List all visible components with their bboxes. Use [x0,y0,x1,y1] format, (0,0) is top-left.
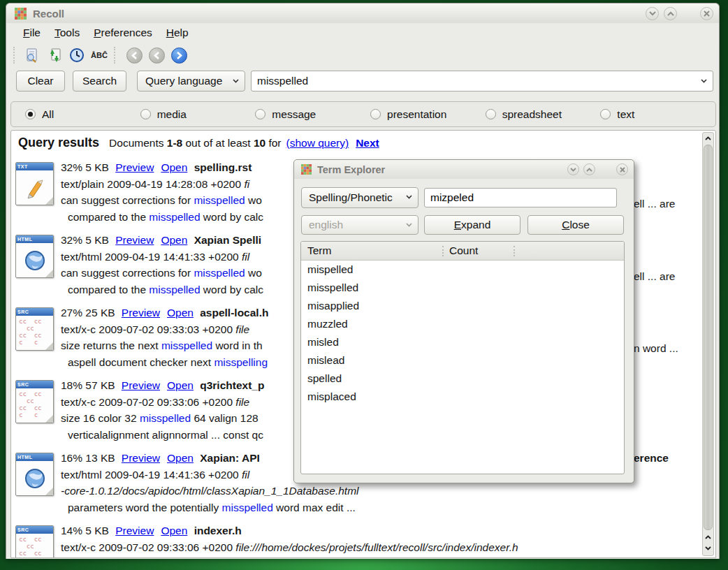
result-text-segment: compared to the [68,211,149,223]
query-language-dropdown[interactable]: Query language [137,71,245,92]
term-list-item[interactable]: misspelled [301,279,624,297]
search-button[interactable]: Search [73,71,126,92]
search-history-chevron-icon[interactable] [701,79,707,83]
recoll-logo-icon [301,164,312,175]
file-icon-band: SRC [16,381,53,388]
term-list-item[interactable]: mislead [301,351,624,370]
clipped-text-fragment: erence [634,452,669,465]
term-column-header[interactable]: Term [307,244,331,257]
preview-link[interactable]: Preview [115,161,154,173]
open-link[interactable]: Open [167,379,194,391]
clipped-text-fragment: n word ... [634,342,678,355]
result-line: text/x-c 2009-07-02 09:33:06 +0200 file:… [61,539,692,556]
result-text-segment: word in th [212,339,263,351]
main-titlebar[interactable]: Recoll [6,3,719,23]
open-link[interactable]: Open [167,452,194,464]
menu-preferences[interactable]: Preferences [87,24,159,41]
open-link[interactable]: Open [167,307,194,319]
term-list-item[interactable]: spelled [301,370,624,388]
highlighted-term: misspelled [194,267,245,279]
result-title: aspell-local.h [200,307,268,319]
dialog-maximize-button[interactable] [583,163,595,175]
scroll-down-icon[interactable] [704,543,713,553]
dialog-titlebar[interactable]: Term Explorer [294,160,634,179]
column-separator[interactable] [514,246,515,256]
filter-radio-media[interactable]: media [140,108,256,121]
term-list-item[interactable]: mispelled [301,261,624,279]
menu-file[interactable]: File [16,24,48,41]
result-text-segment: size returns the next [61,339,161,351]
close-button[interactable] [700,7,713,20]
filter-radio-text[interactable]: text [600,108,715,121]
show-query-link[interactable]: (show query) [286,137,349,149]
dialog-close-button[interactable] [616,163,628,175]
open-link[interactable]: Open [161,234,187,246]
term-table-header: Term Count [301,242,624,261]
open-link[interactable]: Open [161,525,187,536]
maximize-button[interactable] [664,7,677,20]
dialog-minimize-button[interactable] [567,163,579,175]
expansion-type-dropdown[interactable]: Spelling/Phonetic [301,187,418,208]
column-separator[interactable] [442,246,444,256]
preview-link[interactable]: Preview [115,525,154,536]
result-text-segment: text/x-c 2009-07-02 09:33:03 +0200 [61,323,235,335]
result-text-segment: 14% 5 KB [61,525,112,536]
result-text-segment: word by calc [201,284,263,295]
menu-tools[interactable]: Tools [48,24,87,41]
scroll-up-icon[interactable] [704,532,713,542]
language-dropdown[interactable]: english [301,215,418,235]
preview-link[interactable]: Preview [122,452,160,464]
open-link[interactable]: Open [161,161,187,173]
term-list-item[interactable]: misapplied [301,297,624,315]
preview-link[interactable]: Preview [122,379,160,391]
results-title: Query results [18,136,99,149]
result-text-segment: 32% 5 KB [61,161,112,173]
result-text-segment: 27% 25 KB [61,307,118,319]
preview-link[interactable]: Preview [115,234,154,246]
previous-page-icon[interactable] [146,45,167,65]
result-text-segment: compared to the [68,284,149,295]
count-column-header[interactable]: Count [449,244,478,257]
toolbar-handle[interactable] [13,47,17,64]
expand-button[interactable]: Expand [424,215,520,235]
go-first-page-icon[interactable] [124,45,145,65]
result-text-segment: text/plain 2009-04-19 14:28:08 +0200 [61,178,244,190]
show-doc-history-icon[interactable] [22,45,43,65]
result-text-segment: -core-1.0.12/docs/apidoc/html/classXapia… [61,485,359,497]
term-list-item[interactable]: misplaced [301,388,624,406]
history-clock-icon[interactable] [66,45,87,65]
term-rows: mispelledmisspelledmisappliedmuzzledmisl… [301,261,624,474]
menu-help[interactable]: Help [159,24,196,41]
scrollbar-thumb[interactable] [704,145,713,530]
minimize-button[interactable] [646,7,659,20]
preview-link[interactable]: Preview [122,307,160,319]
sort-parameters-icon[interactable] [44,45,65,65]
filter-radio-spreadsheet[interactable]: spreadsheet [486,108,601,121]
next-page-icon[interactable] [168,45,189,65]
category-filter-bar: Allmediamessagepresentationspreadsheette… [10,101,716,127]
close-dialog-button[interactable]: Close [527,215,624,235]
result-text-segment: text/html 2009-04-19 14:41:36 +0200 [61,469,242,481]
result-title: q3richtext_p [200,379,264,391]
filter-radio-message[interactable]: message [255,108,370,121]
scroll-up-icon[interactable] [704,133,713,143]
next-page-link[interactable]: Next [356,137,379,149]
file-icon-band: HTML [16,235,53,243]
file-icon-band: TXT [16,163,53,170]
filter-radio-presentation[interactable]: presentation [370,108,486,121]
highlighted-term: misspelled [161,339,212,351]
file-type-icon-src: SRCcc cc cc cc cc c c [15,525,54,558]
result-text-segment: aspell document checker next [68,356,214,368]
result-text-segment: 16% 13 KB [61,452,118,464]
clear-button[interactable]: Clear [16,71,65,92]
radio-circle-icon [600,109,611,119]
result-text-segment: can suggest corrections for [61,194,194,206]
filter-radio-all[interactable]: All [25,108,140,121]
term-list-item[interactable]: misled [301,333,624,351]
term-list-item[interactable]: muzzled [301,315,624,333]
clipped-text-fragment: ell ... are [634,198,675,210]
term-input[interactable]: mizpeled [424,188,617,207]
search-input[interactable]: misspelled [251,71,713,92]
results-scrollbar[interactable] [702,132,714,556]
term-explorer-spell-icon[interactable]: ÅBĈ [89,45,110,65]
